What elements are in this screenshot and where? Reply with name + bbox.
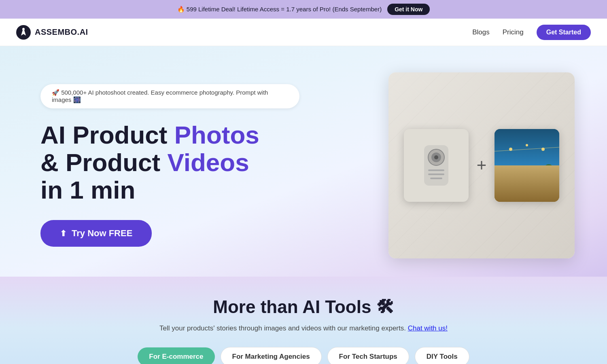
logo[interactable]: ASSEMBO.AI [16, 25, 88, 40]
image-pair: + [392, 117, 572, 214]
more-subtitle-text: Tell your products' stories through imag… [159, 324, 406, 332]
svg-rect-20 [515, 177, 519, 182]
hero-title-line3: in 1 min [40, 176, 135, 204]
svg-rect-15 [503, 176, 515, 178]
speaker-icon [416, 141, 456, 190]
svg-point-12 [526, 144, 528, 146]
scene-image [495, 129, 559, 202]
more-section-subtitle: Tell your products' stories through imag… [32, 324, 575, 332]
svg-rect-21 [547, 171, 550, 180]
svg-rect-18 [535, 178, 539, 184]
upload-icon: ⬆ [60, 229, 67, 238]
hero-title-line1: AI Product Photos [40, 121, 259, 149]
nav-pricing[interactable]: Pricing [503, 28, 524, 36]
try-now-button[interactable]: ⬆ Try Now FREE [40, 220, 152, 247]
svg-rect-16 [531, 176, 543, 178]
tab-row: For E-commerce For Marketing Agencies Fo… [32, 347, 575, 364]
logo-icon [16, 25, 31, 40]
svg-rect-6 [428, 169, 444, 171]
product-mockup: + [388, 72, 575, 258]
svg-point-1 [22, 28, 25, 30]
svg-rect-9 [495, 129, 559, 202]
get-started-button[interactable]: Get Started [537, 25, 591, 40]
banner-text: 🔥 599 Lifetime Deal! Lifetime Access = 1… [177, 6, 382, 13]
plus-sign: + [477, 156, 487, 175]
hero-section: 🚀 500,000+ AI photoshoot created. Easy e… [0, 46, 607, 277]
more-section-title: More than AI Tools 🛠 [32, 297, 575, 317]
svg-point-5 [434, 155, 438, 159]
nav-blogs[interactable]: Blogs [472, 28, 490, 36]
hero-badge: 🚀 500,000+ AI photoshoot created. Easy e… [40, 84, 299, 108]
logo-text: ASSEMBO.AI [35, 28, 88, 37]
tab-diy-tools[interactable]: DIY Tools [415, 347, 469, 364]
svg-rect-17 [507, 178, 511, 184]
product-image [404, 129, 469, 202]
banner-cta-button[interactable]: Get it Now [387, 4, 430, 15]
svg-rect-8 [430, 178, 442, 179]
tab-marketing-agencies[interactable]: For Marketing Agencies [221, 347, 322, 364]
svg-rect-19 [501, 177, 505, 182]
top-banner: 🔥 599 Lifetime Deal! Lifetime Access = 1… [0, 0, 607, 19]
navbar: ASSEMBO.AI Blogs Pricing Get Started [0, 19, 607, 46]
hero-title: AI Product Photos & Product Videos in 1 … [40, 121, 299, 204]
svg-rect-7 [428, 174, 444, 175]
more-section: More than AI Tools 🛠 Tell your products'… [0, 277, 607, 364]
hero-image-card: + [388, 72, 575, 258]
chat-link[interactable]: Chat with us! [408, 324, 448, 332]
hero-title-line2: & Product Videos [40, 148, 249, 176]
scene-svg [495, 129, 559, 202]
tab-tech-startups[interactable]: For Tech Startups [327, 347, 409, 364]
svg-rect-10 [495, 174, 559, 202]
svg-point-22 [543, 164, 554, 179]
hero-left: 🚀 500,000+ AI photoshoot created. Easy e… [40, 84, 299, 247]
try-now-label: Try Now FREE [72, 228, 132, 239]
scene-inner [495, 129, 559, 202]
nav-links: Blogs Pricing Get Started [472, 25, 591, 40]
tab-ecommerce[interactable]: For E-commerce [138, 347, 214, 364]
